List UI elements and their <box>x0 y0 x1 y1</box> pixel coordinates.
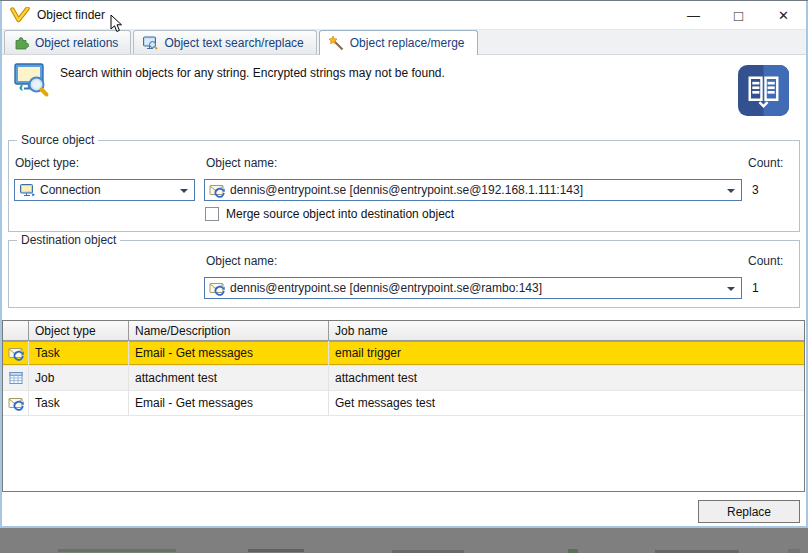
tab-label: Object text search/replace <box>164 36 303 50</box>
row-icon-cell <box>3 391 29 415</box>
monitor-search-icon <box>142 35 158 51</box>
replace-button-label: Replace <box>727 505 771 519</box>
object-type-label: Object type: <box>15 156 79 170</box>
tab-label: Object relations <box>35 36 118 50</box>
connection-icon <box>19 182 35 198</box>
cell-object-type: Task <box>29 341 129 365</box>
header-object-type[interactable]: Object type <box>29 321 129 341</box>
info-text: Search within objects for any string. En… <box>60 66 680 80</box>
background-fragment <box>58 549 176 552</box>
table-row[interactable]: Job attachment test attachment test <box>3 366 804 391</box>
row-icon-cell <box>3 366 29 390</box>
mail-task-icon <box>209 280 225 296</box>
tab-object-text-search-replace[interactable]: Object text search/replace <box>133 30 316 54</box>
cell-job-name: attachment test <box>329 366 804 390</box>
mail-task-icon <box>8 395 24 411</box>
table-row[interactable]: Task Email - Get messages Get messages t… <box>3 391 804 416</box>
app-logo-icon <box>10 7 30 23</box>
background-fragment <box>788 549 800 553</box>
cell-name-description: attachment test <box>129 366 329 390</box>
table-header-row: Object type Name/Description Job name <box>3 321 804 341</box>
background-fragment <box>568 549 578 553</box>
tab-label: Object replace/merge <box>350 36 465 50</box>
cell-object-type: Job <box>29 366 129 390</box>
object-finder-window: Object finder — □ ✕ Object relations Obj… <box>0 0 808 528</box>
puzzle-icon <box>13 35 29 51</box>
maximize-button[interactable]: □ <box>716 1 761 29</box>
close-button[interactable]: ✕ <box>761 1 806 29</box>
source-object-group: Source object Object type: Object name: … <box>8 140 800 232</box>
source-count-value: 3 <box>752 183 759 197</box>
replace-button[interactable]: Replace <box>698 500 800 523</box>
minimize-button[interactable]: — <box>671 1 716 29</box>
cell-name-description: Email - Get messages <box>129 391 329 415</box>
merge-checkbox[interactable] <box>205 207 219 221</box>
cell-job-name: email trigger <box>329 341 804 365</box>
mail-task-icon <box>8 345 24 361</box>
job-icon <box>8 370 24 386</box>
cell-name-description: Email - Get messages <box>129 341 329 365</box>
maximize-icon: □ <box>734 7 743 24</box>
background-fragment <box>248 549 304 552</box>
table-row[interactable]: Task Email - Get messages email trigger <box>3 341 804 366</box>
source-object-name-dropdown[interactable]: dennis@entrypoint.se [dennis@entrypoint.… <box>204 179 742 201</box>
wand-icon <box>328 35 344 51</box>
window-title: Object finder <box>37 8 105 22</box>
tab-object-replace-merge[interactable]: Object replace/merge <box>319 30 478 55</box>
merge-checkbox-label: Merge source object into destination obj… <box>226 207 454 221</box>
mouse-cursor <box>110 14 124 34</box>
object-type-dropdown[interactable]: Connection <box>14 179 195 201</box>
chevron-down-icon <box>727 189 735 193</box>
header-icon-column[interactable] <box>3 321 29 341</box>
destination-object-name-label: Object name: <box>206 254 277 268</box>
source-object-name-label: Object name: <box>206 156 277 170</box>
destination-object-group: Destination object Object name: Count: d… <box>8 240 800 308</box>
search-objects-icon <box>13 61 51 99</box>
header-name-description[interactable]: Name/Description <box>129 321 329 341</box>
cell-object-type: Task <box>29 391 129 415</box>
destination-object-name-dropdown[interactable]: dennis@entrypoint.se [dennis@entrypoint.… <box>204 277 742 299</box>
destination-count-label: Count: <box>748 254 783 268</box>
source-group-legend: Source object <box>17 133 98 147</box>
close-icon: ✕ <box>778 8 789 23</box>
chevron-down-icon <box>180 189 188 193</box>
destination-count-value: 1 <box>752 281 759 295</box>
documentation-book-icon[interactable] <box>737 64 790 117</box>
header-job-name[interactable]: Job name <box>329 321 804 341</box>
destination-object-name-value: dennis@entrypoint.se [dennis@entrypoint.… <box>230 281 542 295</box>
source-count-label: Count: <box>748 156 783 170</box>
chevron-down-icon <box>727 287 735 291</box>
mail-task-icon <box>209 182 225 198</box>
window-controls: — □ ✕ <box>671 1 806 29</box>
minimize-icon: — <box>687 8 700 23</box>
results-table: Object type Name/Description Job name Ta… <box>2 320 805 492</box>
cell-job-name: Get messages test <box>329 391 804 415</box>
object-type-value: Connection <box>40 183 101 197</box>
background-window-strip <box>0 528 808 553</box>
row-icon-cell <box>3 341 29 365</box>
destination-group-legend: Destination object <box>17 233 120 247</box>
source-object-name-value: dennis@entrypoint.se [dennis@entrypoint.… <box>230 183 583 197</box>
